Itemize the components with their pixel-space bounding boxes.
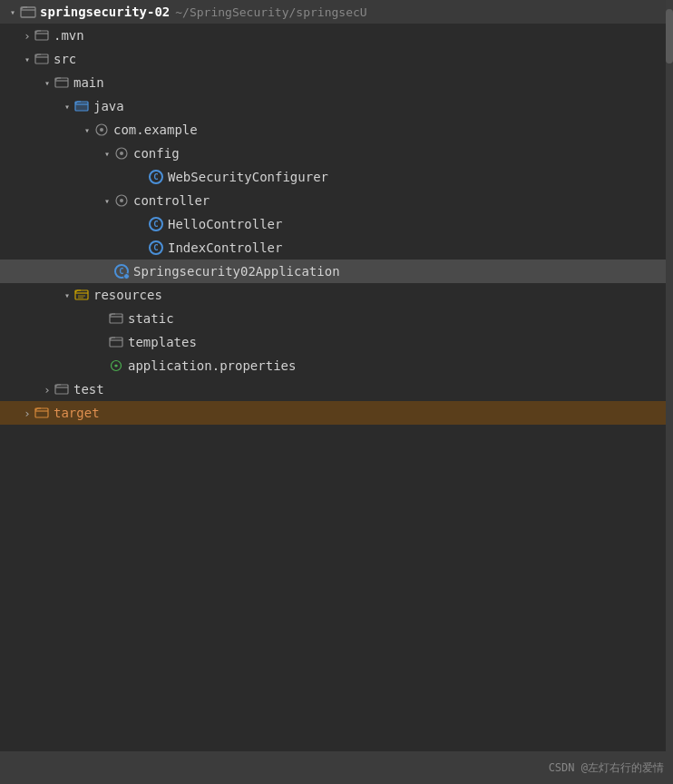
main-label: main [73,75,104,90]
svg-rect-0 [21,7,35,17]
root-arrow [5,7,20,17]
app-props-label: application.properties [128,358,296,373]
svg-rect-3 [55,78,68,87]
src-folder-icon [34,52,49,66]
svg-rect-14 [110,314,122,323]
com-example-item[interactable]: com.example [0,118,673,142]
root-item[interactable]: springsecurity-02 ~/SpringSecurity/sprin… [0,0,673,24]
config-item[interactable]: config [0,142,673,165]
svg-rect-11 [75,290,88,299]
config-package-icon [114,146,129,161]
svg-rect-18 [35,408,48,417]
main-item[interactable]: main [0,71,673,94]
mvn-arrow [20,29,34,43]
websecurity-class-icon: C [149,170,163,184]
svg-rect-17 [55,385,68,394]
app-props-icon [109,358,123,373]
root-subtitle: ~/SpringSecurity/springsecU [175,5,366,19]
test-item[interactable]: test [0,377,673,401]
svg-point-6 [100,128,103,132]
static-label: static [128,311,174,326]
config-arrow [100,149,114,159]
templates-label: templates [128,335,197,349]
mvn-folder-icon [34,28,49,43]
java-item[interactable]: java [0,94,673,118]
index-controller-label: IndexController [168,240,282,255]
static-folder-icon [109,311,123,326]
test-label: test [73,382,104,397]
resources-label: resources [93,288,162,302]
file-tree: springsecurity-02 ~/SpringSecurity/sprin… [0,0,673,784]
com-example-arrow [80,125,94,135]
com-example-package-icon [94,122,109,137]
com-example-label: com.example [113,122,198,137]
scrollbar-thumb[interactable] [666,9,673,64]
svg-rect-2 [35,54,48,64]
java-label: java [93,99,124,113]
java-folder-icon [74,99,89,113]
main-app-class-dot [123,273,130,279]
src-arrow [20,54,34,64]
app-props-item[interactable]: application.properties [0,354,673,377]
hello-controller-label: HelloController [168,217,282,231]
resources-arrow [60,290,74,300]
resources-item[interactable]: resources [0,283,673,307]
main-app-class-icon: C [114,264,129,279]
main-app-item[interactable]: C Springsecurity02Application [0,260,673,283]
static-item[interactable]: static [0,307,673,330]
controller-item[interactable]: controller [0,189,673,212]
target-arrow [20,407,34,420]
index-controller-class-icon: C [149,240,163,255]
root-label: springsecurity-02 [40,5,170,19]
main-folder-icon [54,75,69,90]
index-controller-item[interactable]: C IndexController [0,236,673,260]
config-label: config [133,146,180,161]
templates-folder-icon [109,335,123,349]
svg-rect-1 [35,31,48,40]
svg-point-8 [120,152,123,155]
svg-point-10 [120,199,123,202]
templates-item[interactable]: templates [0,330,673,354]
target-folder-icon [34,406,49,420]
main-arrow [40,78,54,88]
main-app-label: Springsecurity02Application [133,264,340,279]
svg-rect-15 [110,338,122,347]
controller-package-icon [114,193,129,208]
target-label: target [54,406,100,420]
scrollbar[interactable] [666,0,673,784]
test-folder-icon [54,382,69,397]
java-arrow [60,102,74,112]
svg-rect-4 [75,102,88,111]
websecurity-item[interactable]: C WebSecurityConfigurer [0,165,673,189]
controller-arrow [100,196,114,206]
bottom-bar: CSDN @左灯右行的爱情 [0,751,673,784]
resources-folder-icon [74,288,89,302]
root-folder-icon [20,4,36,20]
mvn-item[interactable]: .mvn [0,24,673,47]
mvn-label: .mvn [54,28,84,43]
target-item[interactable]: target [0,401,673,425]
websecurity-label: WebSecurityConfigurer [168,170,328,184]
hello-controller-item[interactable]: C HelloController [0,212,673,236]
src-item[interactable]: src [0,47,673,71]
hello-controller-class-icon: C [149,217,163,231]
controller-label: controller [133,193,210,208]
test-arrow [40,383,54,397]
bottom-bar-text: CSDN @左灯右行的爱情 [549,760,664,776]
src-label: src [54,52,76,66]
